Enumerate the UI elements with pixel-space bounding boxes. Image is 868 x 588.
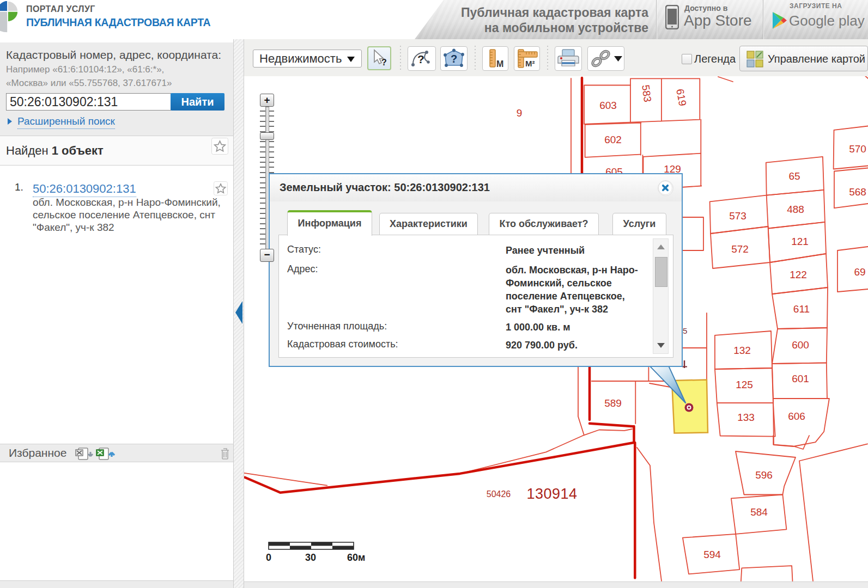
svg-text:568: 568 (849, 186, 866, 198)
svg-text:121: 121 (791, 236, 809, 247)
svg-text:600: 600 (792, 339, 809, 351)
svg-text:?: ? (417, 53, 424, 65)
svg-text:602: 602 (604, 134, 622, 145)
svg-text:122: 122 (790, 269, 807, 280)
svg-text:?: ? (451, 53, 457, 65)
svg-text:596: 596 (755, 469, 773, 481)
svg-text:9: 9 (517, 107, 523, 119)
svg-text:611: 611 (793, 303, 810, 315)
svg-text:573: 573 (729, 210, 746, 222)
svg-text:0: 0 (266, 552, 271, 563)
svg-text:5: 5 (683, 326, 687, 335)
svg-text:572: 572 (731, 243, 749, 255)
svg-text:570: 570 (849, 143, 866, 155)
svg-text:125: 125 (736, 379, 753, 390)
svg-text:589: 589 (604, 397, 622, 409)
svg-text:603: 603 (599, 100, 617, 111)
svg-text:488: 488 (787, 204, 804, 215)
svg-text:606: 606 (788, 411, 805, 422)
svg-text:133: 133 (737, 412, 755, 423)
svg-text:?: ? (381, 58, 387, 67)
svg-text:М²: М² (525, 59, 535, 68)
svg-text:69: 69 (854, 266, 865, 278)
svg-text:60м: 60м (347, 552, 365, 563)
svg-text:М: М (496, 59, 503, 69)
svg-text:584: 584 (750, 506, 768, 518)
svg-text:50426: 50426 (487, 489, 511, 499)
svg-text:65: 65 (788, 170, 800, 182)
svg-text:30: 30 (305, 552, 316, 563)
svg-text:619: 619 (674, 88, 688, 107)
svg-text:132: 132 (733, 345, 751, 356)
svg-text:130914: 130914 (526, 486, 577, 502)
svg-text:583: 583 (640, 84, 653, 103)
svg-text:601: 601 (792, 373, 809, 384)
svg-text:594: 594 (703, 549, 721, 560)
